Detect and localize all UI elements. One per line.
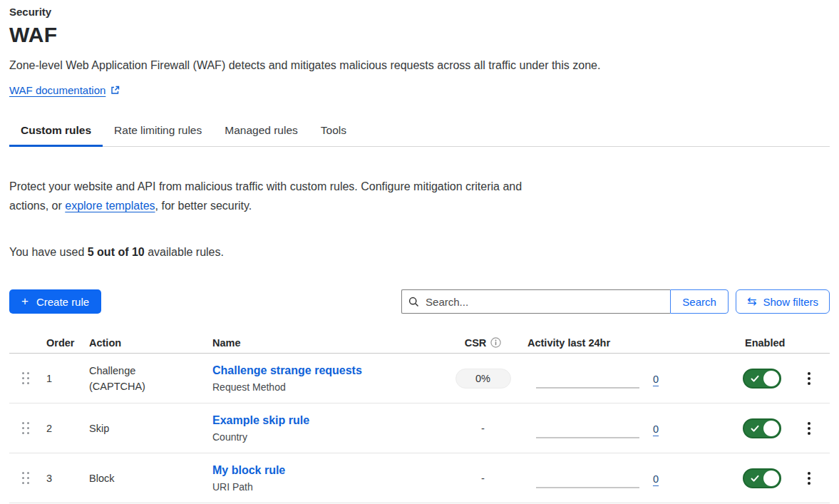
action-label: Skip [89,421,212,436]
rule-row-1: 1 Challenge (CAPTCHA) Challenge strange … [9,354,830,403]
table-header-row: Order Action Name CSR Activity last 24hr… [9,332,830,354]
check-icon [751,425,759,433]
usage-suffix: available rules. [145,246,224,258]
action-sub-label: (CAPTCHA) [89,379,212,394]
toggle-knob [763,470,779,486]
drag-handle[interactable] [22,422,29,434]
enabled-toggle[interactable] [743,468,781,488]
row-menu-button[interactable] [805,369,813,388]
activity-cell: 0 [517,372,670,385]
page-description: Zone-level Web Application Firewall (WAF… [9,59,830,72]
rule-row-2: 2 Skip Example skip rule Country - 0 [9,403,830,453]
action-label: Block [89,470,212,486]
tab-tools[interactable]: Tools [309,118,358,146]
rule-order: 3 [46,473,89,484]
search-icon [408,297,419,307]
enabled-toggle[interactable] [743,369,781,389]
activity-cell: 0 [517,422,670,435]
activity-sparkline [536,487,639,488]
swap-arrows-icon: ⇆ [747,296,756,307]
rule-name-link[interactable]: Example skip rule [212,414,449,427]
rule-field: Country [212,431,449,443]
rule-name-link[interactable]: My block rule [212,464,449,477]
show-filters-label: Show filters [763,296,818,308]
doc-link-label: WAF documentation [9,84,105,96]
csr-value: - [481,473,485,484]
csr-cell: - [449,423,517,434]
search-input-wrap [401,289,670,314]
search-input[interactable] [424,295,664,309]
header-enabled: Enabled [738,337,795,349]
rule-row-3: 3 Block My block rule URI Path - 0 [9,453,830,503]
rule-action: Block [89,470,212,486]
info-icon[interactable] [490,337,501,348]
row-menu-button[interactable] [805,469,813,488]
rule-action: Challenge (CAPTCHA) [89,363,212,394]
row-menu-button[interactable] [805,419,813,438]
toggle-knob [763,421,779,436]
tab-custom-rules[interactable]: Custom rules [9,118,103,146]
header-order: Order [46,337,89,349]
enabled-cell [738,369,795,389]
header-name: Name [212,337,449,349]
explore-templates-link[interactable]: explore templates [65,200,155,212]
rule-name-cell: Challenge strange requests Request Metho… [212,364,449,393]
plus-icon: + [21,294,29,309]
rule-name-link[interactable]: Challenge strange requests [212,364,449,377]
show-filters-button[interactable]: ⇆ Show filters [736,289,830,314]
rule-field: URI Path [212,481,449,493]
rules-toolbar: + Create rule Search ⇆ Show filters [9,289,830,314]
activity-count-link[interactable]: 0 [653,423,659,435]
enabled-cell [738,468,795,488]
check-icon [751,475,759,483]
search-button[interactable]: Search [670,289,729,314]
create-rule-button[interactable]: + Create rule [9,289,101,314]
tab-managed-rules[interactable]: Managed rules [213,118,309,146]
search-filter-group: Search ⇆ Show filters [401,289,830,314]
external-link-icon [110,86,120,95]
intro-after: , for better security. [155,200,252,212]
activity-count-link[interactable]: 0 [653,473,659,485]
rule-action: Skip [89,421,212,436]
usage-count: 5 out of 10 [88,246,145,258]
enabled-cell [738,418,795,438]
waf-documentation-link[interactable]: WAF documentation [9,84,120,96]
header-activity: Activity last 24hr [517,337,670,349]
activity-cell: 0 [517,472,670,485]
rules-table: Order Action Name CSR Activity last 24hr… [9,332,830,503]
activity-sparkline [536,387,639,389]
drag-handle[interactable] [22,472,29,484]
usage-text: You have used 5 out of 10 available rule… [9,246,830,259]
rule-order: 1 [46,373,89,384]
create-rule-label: Create rule [36,296,89,308]
action-label: Challenge [89,363,212,379]
tab-bar: Custom rules Rate limiting rules Managed… [9,118,830,147]
header-action: Action [89,337,212,349]
tab-rate-limiting-rules[interactable]: Rate limiting rules [103,118,213,146]
csr-cell: - [449,473,517,484]
waf-page: Security WAF Zone-level Web Application … [0,0,839,503]
check-icon [751,375,759,383]
breadcrumb-security[interactable]: Security [9,6,830,18]
rule-name-cell: My block rule URI Path [212,464,449,493]
csr-cell: 0% [449,369,517,389]
header-csr: CSR [465,337,502,349]
intro-text: Protect your website and API from malici… [9,177,525,215]
csr-badge: 0% [455,369,511,389]
rule-name-cell: Example skip rule Country [212,414,449,443]
activity-sparkline [536,437,639,438]
csr-label: CSR [465,337,487,349]
page-title: WAF [9,23,830,47]
usage-prefix: You have used [9,246,88,258]
rule-order: 2 [46,423,89,434]
enabled-toggle[interactable] [743,418,781,438]
activity-count-link[interactable]: 0 [653,374,659,385]
rule-field: Request Method [212,381,449,393]
toggle-knob [763,371,779,386]
csr-value: - [481,423,485,434]
drag-handle[interactable] [22,372,29,384]
